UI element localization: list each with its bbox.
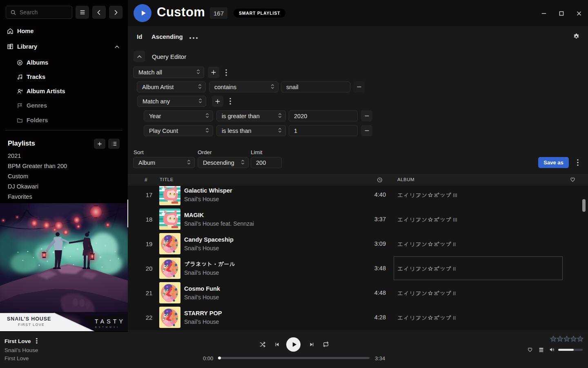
svg-text:TASTY: TASTY	[95, 318, 125, 325]
svg-text:FIRST LOVE: FIRST LOVE	[18, 323, 45, 327]
svg-text:II: II	[453, 315, 456, 321]
svg-text:II: II	[453, 241, 456, 247]
svg-text:II: II	[453, 290, 456, 296]
svg-text:III: III	[453, 217, 457, 222]
svg-text:III: III	[453, 192, 457, 198]
svg-text:SNAIL’S HOUSE: SNAIL’S HOUSE	[7, 316, 51, 322]
svg-text:BSTMMXI: BSTMMXI	[95, 326, 120, 328]
